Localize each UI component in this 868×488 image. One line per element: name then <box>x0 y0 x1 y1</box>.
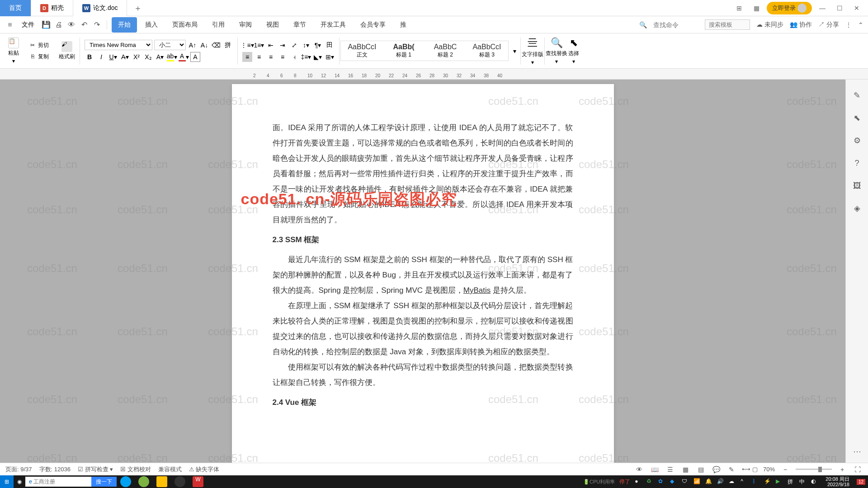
diamond-icon[interactable]: ◈ <box>850 202 864 215</box>
styles-gallery[interactable]: AaBbCcI正文 AaBb(标题 1 AaBbC标题 2 AaBbCcI标题 … <box>340 41 509 61</box>
doc-paragraph[interactable]: 使用框架可以有效的解决各种代码写作过程中数据类型的转换问题，把数据类型转换让框架… <box>273 360 573 390</box>
hamburger-icon[interactable]: ≡ <box>5 19 15 30</box>
increase-indent-button[interactable]: ⇥ <box>278 40 288 50</box>
decrease-indent-button[interactable]: ⇤ <box>266 40 276 50</box>
style-h2[interactable]: AaBbC标题 2 <box>425 42 466 60</box>
tray-icon[interactable]: 🛡 <box>682 478 689 485</box>
align-justify-button[interactable]: ≡ <box>278 52 288 62</box>
print-view-icon[interactable]: ▤ <box>696 465 706 474</box>
clear-format-icon[interactable]: ⌫ <box>211 40 221 50</box>
zoom-level[interactable]: 70% <box>763 466 775 473</box>
redo-icon[interactable]: ↷ <box>91 19 102 30</box>
grid-icon[interactable]: ▦ <box>750 1 763 15</box>
tray-icon[interactable]: ✿ <box>658 478 665 485</box>
cut-button[interactable]: ✂剪切 <box>27 41 51 50</box>
font-color-button[interactable]: A▾ <box>179 52 189 62</box>
tray-icon[interactable]: ▶ <box>776 478 783 485</box>
app-wps[interactable]: W <box>189 475 207 488</box>
style-h3[interactable]: AaBbCcI标题 3 <box>467 42 507 60</box>
app-360[interactable] <box>135 475 153 488</box>
settings-icon[interactable]: ⚙ <box>850 134 864 147</box>
copy-button[interactable]: ⎘复制 <box>27 52 51 61</box>
collapse-ribbon-icon[interactable]: ⌃ <box>858 21 863 28</box>
mybatis-link[interactable]: MyBatis <box>463 286 491 295</box>
italic-button[interactable]: I <box>96 52 106 62</box>
comment-icon[interactable]: 💬 <box>711 465 721 474</box>
tab-document[interactable]: W论文.doc <box>73 0 127 16</box>
text-layout-button[interactable]: 亖文字排版▾ <box>522 36 543 66</box>
image-icon[interactable]: 🖼 <box>850 179 864 192</box>
font-name-select[interactable]: Times New Roma <box>85 40 152 50</box>
shrink-font-icon[interactable]: A↓ <box>199 40 209 50</box>
doc-heading-ssm[interactable]: 2.3 SSM 框架 <box>273 232 573 248</box>
collab-button[interactable]: 👥 协作 <box>790 21 812 29</box>
ime-icon[interactable]: 中 <box>799 478 807 485</box>
tray-icon[interactable]: ♻ <box>646 478 654 485</box>
reading-view-icon[interactable]: 📖 <box>650 465 660 474</box>
menu-chapter[interactable]: 章节 <box>287 17 312 33</box>
subscript-button[interactable]: X₂ <box>143 52 153 62</box>
distribute-button[interactable]: ⫞ <box>289 52 299 62</box>
highlight-button[interactable]: ab▾ <box>167 52 177 62</box>
outline-view-icon[interactable]: ☰ <box>665 465 675 474</box>
line-spacing-button[interactable]: ↕▾ <box>301 40 311 50</box>
bluetooth-icon[interactable]: ᛒ <box>752 478 760 485</box>
font-size-select[interactable]: 小二 <box>154 40 186 50</box>
borders-button[interactable]: 田 <box>325 40 335 50</box>
menu-references[interactable]: 引用 <box>206 17 231 33</box>
align-center-button[interactable]: ≡ <box>254 52 264 62</box>
maximize-button[interactable]: ☐ <box>833 1 846 15</box>
line-height-button[interactable]: ‡≡▾ <box>301 52 311 62</box>
tab-new[interactable]: ＋ <box>127 3 149 14</box>
shading-button[interactable]: ◣▾ <box>313 52 323 62</box>
sync-status[interactable]: ☁ 未同步 <box>756 21 783 29</box>
zoom-in-button[interactable]: + <box>837 465 847 474</box>
taskbar-clock[interactable]: 20:08 周日2022/9/18 <box>823 476 852 487</box>
strike-button[interactable]: A̶▾ <box>120 52 130 62</box>
eye-icon[interactable]: 👁 <box>634 465 644 474</box>
search-template-input[interactable] <box>705 19 750 30</box>
file-menu[interactable]: 文件 <box>17 19 39 31</box>
share-button[interactable]: ↗ 分享 <box>818 21 839 29</box>
tray-icon[interactable]: ☁ <box>729 478 736 485</box>
notification-badge[interactable]: 12 <box>857 479 865 485</box>
proofread-button[interactable]: ☒ 文档校对 <box>120 465 151 474</box>
menu-more[interactable]: 推 <box>394 17 413 33</box>
fit-width-button[interactable]: ⟷ ▢ <box>742 466 758 473</box>
format-painter-button[interactable]: 🖌格式刷 <box>59 41 75 61</box>
document-page[interactable]: code51. cn-源码乐园盗图必究 面。IDEA 采用了所谓的人体工程学设计… <box>232 84 614 463</box>
fullscreen-icon[interactable]: ⛶ <box>853 465 863 474</box>
align-left-button[interactable]: ≡ <box>242 52 252 62</box>
preview-icon[interactable]: 👁 <box>66 19 77 30</box>
tray-icon[interactable]: 🔔 <box>705 478 712 485</box>
pointer-icon[interactable]: ⬉ <box>850 111 864 125</box>
show-marks-button[interactable]: ¶▾ <box>313 40 323 50</box>
tray-icon[interactable]: ◆ <box>670 478 677 485</box>
layout-icon[interactable]: ⊞ <box>732 1 746 15</box>
zoom-slider[interactable] <box>796 469 832 470</box>
numbering-button[interactable]: 1≡▾ <box>254 40 264 50</box>
menu-layout[interactable]: 页面布局 <box>166 17 204 33</box>
style-more-button[interactable]: ▾ <box>509 46 519 56</box>
menu-member[interactable]: 会员专享 <box>354 17 392 33</box>
tray-icon[interactable]: ◐ <box>811 478 818 485</box>
word-count[interactable]: 字数: 12036 <box>39 465 71 474</box>
text-effect-button[interactable]: A▾ <box>155 52 165 62</box>
login-button[interactable]: 立即登录 <box>767 2 812 14</box>
tray-icon[interactable]: 拼 <box>788 478 795 485</box>
tray-icon[interactable]: 🔊 <box>717 478 724 485</box>
char-shading-button[interactable]: A <box>190 52 200 62</box>
copilot-icon[interactable]: ◉ <box>14 475 25 488</box>
superscript-button[interactable]: X² <box>132 52 142 62</box>
style-normal[interactable]: AaBbCcI正文 <box>342 42 382 60</box>
tray-icon[interactable]: ⚡ <box>764 478 771 485</box>
start-button[interactable]: ⊞ <box>0 475 14 488</box>
web-view-icon[interactable]: ▦ <box>680 465 690 474</box>
doc-paragraph[interactable]: 面。IDEA 采用了所谓的人体工程学设计原理，让使用 IDEA 的人员用了就忘记… <box>273 120 573 228</box>
app-explorer[interactable] <box>153 475 171 488</box>
menu-view[interactable]: 视图 <box>260 17 285 33</box>
bullets-button[interactable]: ⋮≡▾ <box>242 40 252 50</box>
taskbar-search-input[interactable] <box>33 479 88 485</box>
ruler[interactable]: 2468101214161820222426283032343840 <box>0 69 868 80</box>
doc-paragraph[interactable]: 最近几年流行的 SSM 框架是之前的 SSH 框架的一种替代品，取代了原有的 S… <box>273 252 573 298</box>
